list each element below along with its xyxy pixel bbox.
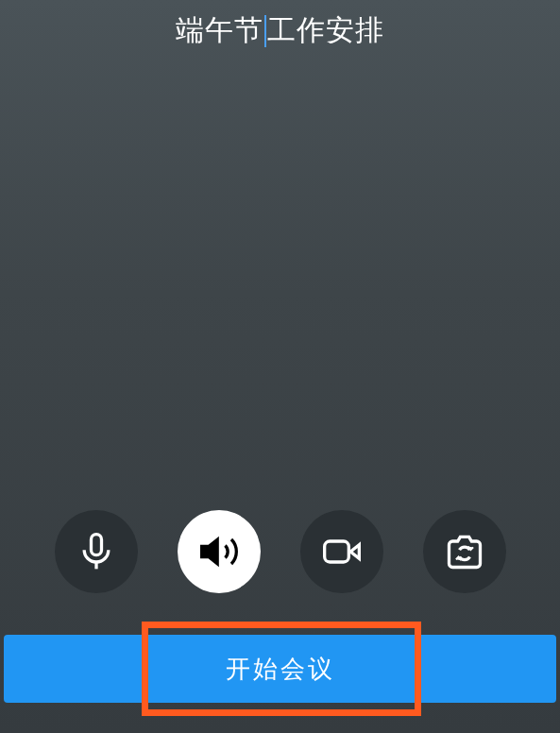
svg-rect-3 bbox=[324, 541, 348, 562]
title-part2: 工作安排 bbox=[267, 11, 384, 50]
svg-rect-0 bbox=[91, 535, 101, 555]
video-icon bbox=[321, 531, 363, 572]
microphone-button[interactable] bbox=[55, 510, 138, 593]
microphone-icon bbox=[76, 531, 117, 572]
camera-switch-icon bbox=[444, 531, 485, 572]
start-meeting-button[interactable]: 开始会议 bbox=[4, 635, 556, 703]
speaker-button[interactable] bbox=[178, 510, 261, 593]
start-button-label: 开始会议 bbox=[226, 653, 335, 686]
meeting-title-input: 端午节 工作安排 bbox=[176, 11, 384, 50]
speaker-icon bbox=[198, 531, 240, 572]
meeting-title-container[interactable]: 端午节 工作安排 bbox=[0, 11, 560, 50]
camera-switch-button[interactable] bbox=[423, 510, 506, 593]
controls-bar bbox=[0, 510, 560, 593]
video-button[interactable] bbox=[300, 510, 383, 593]
text-cursor bbox=[264, 15, 266, 47]
title-part1: 端午节 bbox=[176, 11, 263, 50]
svg-marker-4 bbox=[350, 545, 359, 559]
svg-marker-2 bbox=[201, 539, 217, 564]
